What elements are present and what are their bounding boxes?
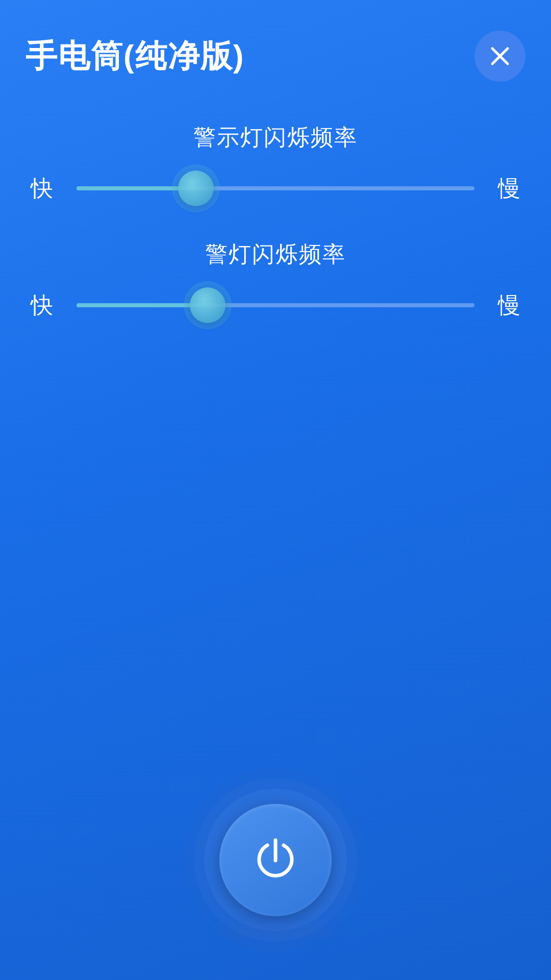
- slider2-group: 警灯闪烁频率 快 慢: [31, 239, 520, 321]
- close-icon: [487, 43, 513, 69]
- slider2-row: 快 慢: [31, 290, 520, 321]
- power-button[interactable]: [219, 804, 332, 916]
- slider2-thumb[interactable]: [190, 287, 226, 323]
- slider2-label: 警灯闪烁频率: [31, 239, 520, 270]
- spacer: [0, 356, 551, 789]
- slider2-left-label: 快: [31, 290, 61, 321]
- slider2-track[interactable]: [77, 290, 474, 321]
- power-button-outer: [204, 789, 347, 932]
- close-button[interactable]: [474, 31, 525, 82]
- app-container: 手电筒(纯净版) 警示灯闪烁频率 快 慢 警灯闪烁频率: [0, 0, 551, 980]
- sliders-section: 警示灯闪烁频率 快 慢 警灯闪烁频率 快 慢: [0, 102, 551, 356]
- app-title: 手电筒(纯净版): [26, 35, 244, 78]
- power-base-shadow: [214, 924, 337, 939]
- slider2-track-fill: [77, 303, 208, 307]
- slider1-group: 警示灯闪烁频率 快 慢: [31, 122, 520, 204]
- slider1-label: 警示灯闪烁频率: [31, 122, 520, 153]
- slider1-row: 快 慢: [31, 173, 520, 204]
- slider1-left-label: 快: [31, 174, 61, 204]
- power-icon: [250, 834, 301, 887]
- slider1-thumb[interactable]: [178, 170, 214, 206]
- power-section: [0, 789, 551, 980]
- slider1-right-label: 慢: [490, 174, 520, 204]
- header: 手电筒(纯净版): [0, 0, 551, 102]
- slider1-track[interactable]: [77, 173, 474, 204]
- slider2-right-label: 慢: [490, 290, 520, 321]
